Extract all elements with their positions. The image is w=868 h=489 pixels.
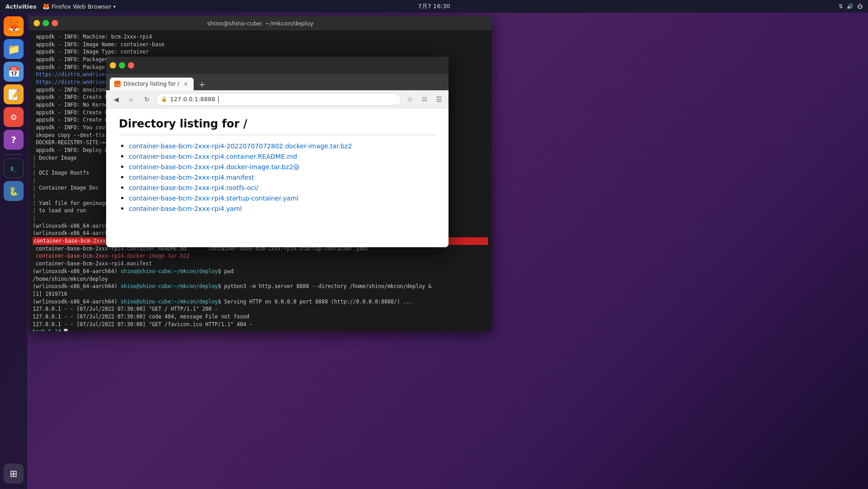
terminal-line: container-base-bcm-2xxx-rpi4.docker-imag…	[33, 252, 488, 260]
terminal-line: 127.0.0.1 - - [07/Jul/2022 07:30:00] cod…	[33, 313, 488, 321]
address-cursor	[218, 96, 219, 103]
terminal-line: /home/shino/mkcon/deploy	[33, 275, 488, 283]
activities-button[interactable]: Activities	[5, 3, 37, 10]
sidebar-item-files[interactable]: 📁	[4, 39, 24, 59]
file-link-3[interactable]: container-base-bcm-2xxx-rpi4.docker-imag…	[129, 163, 299, 171]
file-link-7[interactable]: container-base-bcm-2xxx-rpi4.yaml	[129, 205, 242, 212]
top-panel: Activities 🦊 Firefox Web Browser ▾ 7月7 1…	[0, 0, 868, 13]
sidebar-item-firefox[interactable]: 🦊	[4, 16, 24, 36]
browser-tab-favicon: 🦊	[114, 81, 121, 87]
apps-grid-button[interactable]: ⊞	[4, 464, 24, 484]
file-link-1[interactable]: container-base-bcm-2xxx-rpi4-20220707072…	[129, 142, 352, 150]
browser-reload-button[interactable]: ↻	[141, 93, 153, 106]
terminal-prompt-line: bash-5.1#	[33, 328, 488, 331]
sidebar-item-calendar[interactable]: 📅	[4, 62, 24, 82]
browser-tab-bar: 🦊 Directory listing for / ✕ +	[106, 74, 449, 90]
terminal-line: appsdk - INFO: Machine: bcm-2xxx-rpi4	[33, 33, 488, 41]
firefox-menu[interactable]: 🦊 Firefox Web Browser ▾	[42, 3, 116, 10]
sidebar-item-help[interactable]: ?	[4, 130, 24, 150]
browser-pocket-button[interactable]: ⊡	[419, 93, 430, 105]
terminal-line: (wrlinuxsdk-x86_64-aarch64) shino@shino-…	[33, 298, 488, 306]
terminal-controls	[34, 20, 58, 26]
list-item: container-base-bcm-2xxx-rpi4.manifest	[129, 173, 436, 181]
list-item: container-base-bcm-2xxx-rpi4.startup-con…	[129, 194, 436, 202]
sidebar-item-terminal[interactable]: $_	[4, 158, 24, 178]
list-item: container-base-bcm-2xxx-rpi4.rootfs-oci/	[129, 183, 436, 192]
browser-tab-active[interactable]: 🦊 Directory listing for / ✕	[110, 78, 194, 90]
sidebar-bottom: ⊞	[4, 464, 24, 484]
terminal-line: appsdk - INFO: Image Type: container	[33, 48, 488, 56]
browser-new-tab-button[interactable]: +	[195, 78, 208, 90]
terminal-line: [1] 1919716	[33, 290, 488, 298]
browser-address-bar[interactable]: 🔒 127.0.0.1:8888	[156, 93, 401, 106]
power-icon[interactable]: ⏻	[857, 3, 863, 10]
file-link-4[interactable]: container-base-bcm-2xxx-rpi4.manifest	[129, 174, 254, 181]
browser-tab-label: Directory listing for /	[123, 81, 179, 87]
browser-minimize-button[interactable]	[110, 62, 116, 68]
sidebar: 🦊 📁 📅 📝 ⚙ ? $_ 🐍 ⊞	[0, 13, 27, 489]
list-item: container-base-bcm-2xxx-rpi4.docker-imag…	[129, 162, 436, 171]
sidebar-item-software[interactable]: ⚙	[4, 107, 24, 127]
list-item: container-base-bcm-2xxx-rpi4.container.R…	[129, 152, 436, 161]
browser-page-content: Directory listing for / container-base-b…	[106, 108, 449, 247]
list-item: container-base-bcm-2xxx-rpi4-20220707072…	[129, 142, 436, 150]
directory-listing-title: Directory listing for /	[119, 117, 436, 135]
list-item: container-base-bcm-2xxx-rpi4.yaml	[129, 204, 436, 213]
terminal-titlebar: shino@shino-cube: ~/mkcon/deploy	[29, 16, 492, 30]
terminal-close-button[interactable]	[52, 20, 58, 26]
browser-close-button[interactable]	[128, 62, 134, 68]
browser-forward-button[interactable]: ▶	[125, 93, 138, 106]
terminal-line: container-base-bcm-2xxx-rpi4.manifest	[33, 260, 488, 268]
browser-maximize-button[interactable]	[119, 62, 125, 68]
sidebar-item-notes[interactable]: 📝	[4, 84, 24, 104]
address-text: 127.0.0.1:8888	[170, 96, 215, 103]
network-icon: ⇅	[839, 3, 843, 10]
terminal-title: shino@shino-cube: ~/mkcon/deploy	[58, 20, 463, 27]
browser-toolbar: ◀ ▶ ↻ 🔒 127.0.0.1:8888 ☆ ⊡ ☰	[106, 90, 449, 108]
sidebar-item-python[interactable]: 🐍	[4, 181, 24, 201]
terminal-line: (wrlinuxsdk-x86_64-aarch64) shino@shino-…	[33, 268, 488, 275]
browser-tab-close-button[interactable]: ✕	[182, 80, 189, 88]
terminal-maximize-button[interactable]	[43, 20, 49, 26]
clock: 7月7 16:30	[418, 3, 450, 10]
terminal-minimize-button[interactable]	[34, 20, 40, 26]
terminal-line: 127.0.0.1 - - [07/Jul/2022 07:30:00] "GE…	[33, 305, 488, 313]
browser-menu-button[interactable]: ☰	[433, 93, 445, 105]
sidebar-divider	[5, 154, 22, 155]
browser-bookmark-button[interactable]: ☆	[404, 93, 416, 105]
file-link-6[interactable]: container-base-bcm-2xxx-rpi4.startup-con…	[129, 195, 298, 202]
browser-back-button[interactable]: ◀	[110, 93, 122, 106]
terminal-line: (wrlinuxsdk-x86_64-aarch64) shino@shino-…	[33, 283, 488, 290]
address-lock-icon: 🔒	[161, 96, 167, 102]
file-link-5[interactable]: container-base-bcm-2xxx-rpi4.rootfs-oci/	[129, 184, 258, 191]
file-link-2[interactable]: container-base-bcm-2xxx-rpi4.container.R…	[129, 153, 297, 160]
terminal-line: 127.0.0.1 - - [07/Jul/2022 07:30:00] "GE…	[33, 321, 488, 328]
directory-file-list: container-base-bcm-2xxx-rpi4-20220707072…	[119, 142, 436, 213]
terminal-line: appsdk - INFO: Image Name: container-bas…	[33, 41, 488, 49]
browser-window: 🦊 Directory listing for / ✕ + ◀ ▶ ↻ 🔒 12…	[106, 57, 449, 247]
browser-titlebar	[106, 57, 449, 74]
volume-icon: 🔊	[847, 3, 853, 10]
desktop: Activities 🦊 Firefox Web Browser ▾ 7月7 1…	[0, 0, 868, 489]
